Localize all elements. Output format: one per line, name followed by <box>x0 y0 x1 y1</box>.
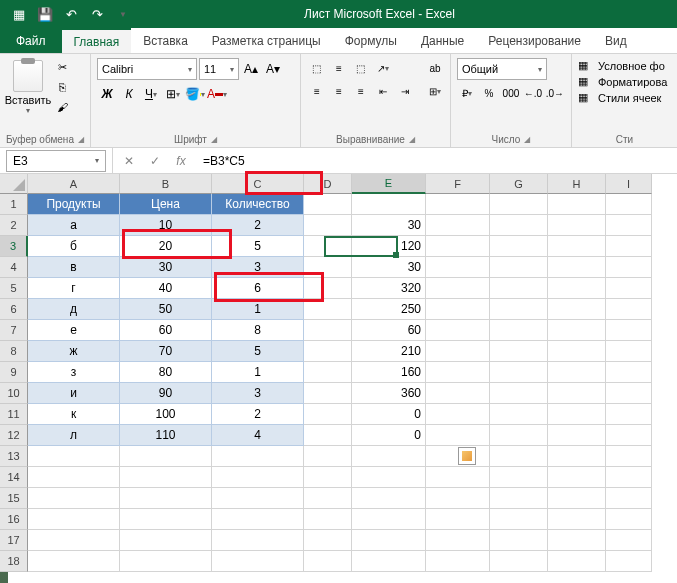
cell-B6[interactable]: 50 <box>120 299 212 320</box>
cell-B16[interactable] <box>120 509 212 530</box>
cell-D7[interactable] <box>304 320 352 341</box>
cell-E18[interactable] <box>352 551 426 572</box>
cell-I10[interactable] <box>606 383 652 404</box>
cell-A15[interactable] <box>28 488 120 509</box>
cell-C4[interactable]: 3 <box>212 257 304 278</box>
cell-I16[interactable] <box>606 509 652 530</box>
align-center-icon[interactable]: ≡ <box>329 81 349 101</box>
cell-D15[interactable] <box>304 488 352 509</box>
cell-A9[interactable]: з <box>28 362 120 383</box>
cell-F18[interactable] <box>426 551 490 572</box>
cell-F6[interactable] <box>426 299 490 320</box>
cell-E15[interactable] <box>352 488 426 509</box>
cell-G15[interactable] <box>490 488 548 509</box>
cell-A18[interactable] <box>28 551 120 572</box>
cell-I11[interactable] <box>606 404 652 425</box>
tab-insert[interactable]: Вставка <box>131 28 200 53</box>
cell-D14[interactable] <box>304 467 352 488</box>
cell-B5[interactable]: 40 <box>120 278 212 299</box>
cell-H12[interactable] <box>548 425 606 446</box>
cell-F7[interactable] <box>426 320 490 341</box>
cell-F17[interactable] <box>426 530 490 551</box>
cell-I13[interactable] <box>606 446 652 467</box>
cell-C9[interactable]: 1 <box>212 362 304 383</box>
cell-D18[interactable] <box>304 551 352 572</box>
cell-I8[interactable] <box>606 341 652 362</box>
cancel-formula-icon[interactable]: ✕ <box>117 151 141 171</box>
cell-B9[interactable]: 80 <box>120 362 212 383</box>
cell-C3[interactable]: 5 <box>212 236 304 257</box>
align-middle-icon[interactable]: ≡ <box>329 58 349 78</box>
cell-I2[interactable] <box>606 215 652 236</box>
cell-I15[interactable] <box>606 488 652 509</box>
col-header-I[interactable]: I <box>606 174 652 194</box>
cell-E6[interactable]: 250 <box>352 299 426 320</box>
row-header-12[interactable]: 12 <box>0 425 28 446</box>
row-header-15[interactable]: 15 <box>0 488 28 509</box>
cell-E11[interactable]: 0 <box>352 404 426 425</box>
cell-G7[interactable] <box>490 320 548 341</box>
col-header-B[interactable]: B <box>120 174 212 194</box>
cell-A17[interactable] <box>28 530 120 551</box>
name-box[interactable]: E3▾ <box>6 150 106 172</box>
col-header-G[interactable]: G <box>490 174 548 194</box>
decrease-indent-icon[interactable]: ⇤ <box>373 81 393 101</box>
cell-I4[interactable] <box>606 257 652 278</box>
row-header-5[interactable]: 5 <box>0 278 28 299</box>
row-header-13[interactable]: 13 <box>0 446 28 467</box>
tab-view[interactable]: Вид <box>593 28 639 53</box>
cell-G6[interactable] <box>490 299 548 320</box>
cell-E12[interactable]: 0 <box>352 425 426 446</box>
cell-H11[interactable] <box>548 404 606 425</box>
cell-B13[interactable] <box>120 446 212 467</box>
cell-G14[interactable] <box>490 467 548 488</box>
align-dialog-icon[interactable]: ◢ <box>409 135 415 144</box>
conditional-format-button[interactable]: ▦Условное фо <box>578 58 671 74</box>
cell-H6[interactable] <box>548 299 606 320</box>
cell-A7[interactable]: е <box>28 320 120 341</box>
cell-E5[interactable]: 320 <box>352 278 426 299</box>
cell-A11[interactable]: к <box>28 404 120 425</box>
cell-F3[interactable] <box>426 236 490 257</box>
cell-H15[interactable] <box>548 488 606 509</box>
cell-F5[interactable] <box>426 278 490 299</box>
cell-E16[interactable] <box>352 509 426 530</box>
cell-A16[interactable] <box>28 509 120 530</box>
decrease-decimal-icon[interactable]: .0→ <box>545 83 565 103</box>
row-header-7[interactable]: 7 <box>0 320 28 341</box>
col-header-E[interactable]: E <box>352 174 426 194</box>
cell-H16[interactable] <box>548 509 606 530</box>
cell-F9[interactable] <box>426 362 490 383</box>
cell-G16[interactable] <box>490 509 548 530</box>
cell-G18[interactable] <box>490 551 548 572</box>
cell-E4[interactable]: 30 <box>352 257 426 278</box>
cell-A14[interactable] <box>28 467 120 488</box>
cell-E10[interactable]: 360 <box>352 383 426 404</box>
cell-H14[interactable] <box>548 467 606 488</box>
tab-formulas[interactable]: Формулы <box>333 28 409 53</box>
cell-F15[interactable] <box>426 488 490 509</box>
undo-button[interactable]: ↶ <box>60 3 82 25</box>
fx-icon[interactable]: fx <box>169 151 193 171</box>
cell-D1[interactable] <box>304 194 352 215</box>
cell-C6[interactable]: 1 <box>212 299 304 320</box>
cell-F16[interactable] <box>426 509 490 530</box>
increase-decimal-icon[interactable]: ←.0 <box>523 83 543 103</box>
cell-B14[interactable] <box>120 467 212 488</box>
paste-button[interactable]: Вставить ▾ <box>6 58 50 117</box>
cell-F10[interactable] <box>426 383 490 404</box>
cell-B2[interactable]: 10 <box>120 215 212 236</box>
redo-button[interactable]: ↷ <box>86 3 108 25</box>
cell-B10[interactable]: 90 <box>120 383 212 404</box>
cell-H13[interactable] <box>548 446 606 467</box>
cell-G5[interactable] <box>490 278 548 299</box>
cell-C13[interactable] <box>212 446 304 467</box>
clipboard-dialog-icon[interactable]: ◢ <box>78 135 84 144</box>
spreadsheet-grid[interactable]: ABCDEFGHI 123456789101112131415161718 Пр… <box>0 174 677 574</box>
cell-B1[interactable]: Цена <box>120 194 212 215</box>
cell-F8[interactable] <box>426 341 490 362</box>
wrap-text-button[interactable]: ab <box>421 58 449 78</box>
cell-D3[interactable] <box>304 236 352 257</box>
select-all-button[interactable] <box>0 174 28 194</box>
cell-B7[interactable]: 60 <box>120 320 212 341</box>
